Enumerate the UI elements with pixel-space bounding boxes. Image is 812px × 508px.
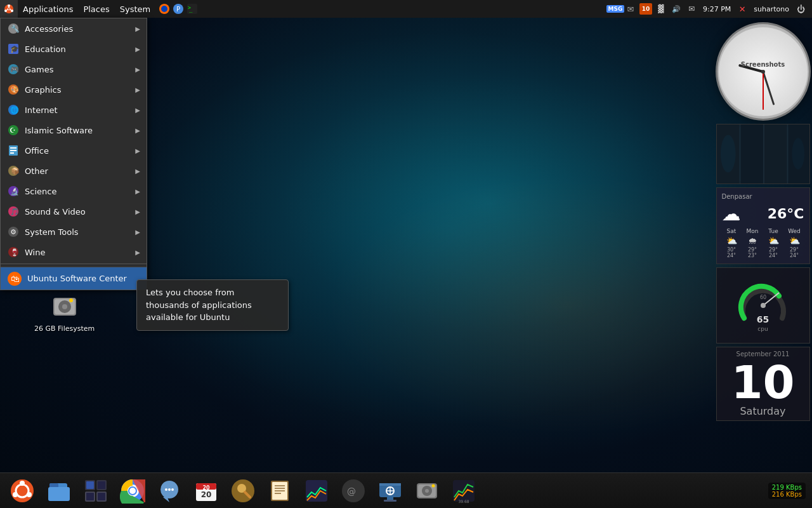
- svg-text:🌐: 🌐: [10, 105, 19, 114]
- svg-rect-102: [384, 500, 396, 502]
- menubar-applications[interactable]: Applications: [18, 0, 78, 18]
- svg-point-49: [792, 138, 804, 169]
- menu-item-accessories[interactable]: 🔧 Accessories ▶: [1, 18, 147, 39]
- other-label: Other: [25, 166, 135, 176]
- svg-point-60: [20, 481, 25, 486]
- svg-rect-100: [379, 483, 401, 486]
- menu-item-education[interactable]: 🎓 Education ▶: [1, 39, 147, 59]
- weather-day-tue: Tue ⛅ 29° 24°: [764, 228, 783, 258]
- sound-video-icon: 🎵: [7, 205, 20, 218]
- firefox-icon[interactable]: [158, 3, 171, 15]
- close-session-icon[interactable]: ✕: [736, 3, 749, 15]
- taskbar-network-icon[interactable]: 39.68: [449, 476, 479, 506]
- menubar-system[interactable]: System: [115, 0, 155, 18]
- system-tools-arrow: ▶: [135, 229, 140, 236]
- browser-icon[interactable]: P: [172, 3, 185, 15]
- menu-item-graphics[interactable]: 🎨 Graphics ▶: [1, 79, 147, 100]
- svg-rect-43: [764, 124, 787, 184]
- clock-tray-icon[interactable]: 10: [639, 3, 652, 15]
- terminal-icon[interactable]: _ >: [186, 3, 199, 15]
- svg-text:☪: ☪: [10, 126, 16, 135]
- svg-text:🛍: 🛍: [11, 274, 20, 284]
- envelope-icon[interactable]: ✉: [685, 3, 698, 15]
- internet-icon: 🌐: [7, 104, 20, 116]
- svg-rect-42: [740, 124, 763, 184]
- weather-cloud-icon: ☁: [722, 203, 741, 225]
- system-label: System: [120, 4, 150, 14]
- msg-tray-icon[interactable]: MSG: [609, 3, 622, 15]
- taskbar-chrome-icon[interactable]: [117, 476, 148, 506]
- taskbar-calendar-icon[interactable]: 20 20: [191, 476, 221, 506]
- network-down-speed: 216 KBps: [772, 491, 802, 498]
- svg-point-80: [165, 488, 167, 491]
- taskbar-harddisk-icon[interactable]: [412, 476, 442, 506]
- menubar-left: Applications Places System P: [0, 0, 199, 18]
- svg-point-5: [161, 6, 167, 12]
- taskbar-files-icon[interactable]: [44, 476, 74, 506]
- weather-day-wed-label: Wed: [785, 228, 804, 234]
- svg-text:🎨: 🎨: [10, 85, 19, 94]
- gauge-container: 60 cpu 65: [738, 280, 789, 331]
- svg-text:P: P: [176, 6, 180, 13]
- bottom-taskbar: 20 20: [0, 472, 812, 508]
- battery-icon: ▓: [655, 3, 667, 15]
- weather-day-sat-label: Sat: [722, 228, 742, 234]
- weather-day-tue-low: 24°: [764, 253, 783, 258]
- ubuntu-software-center[interactable]: 🛍 Ubuntu Software Center: [1, 267, 147, 290]
- other-arrow: ▶: [135, 168, 140, 175]
- menu-item-other[interactable]: 📦 Other ▶: [1, 161, 147, 181]
- svg-point-109: [425, 489, 429, 493]
- weather-widget: Denpasar ☁ 26°C Sat ⛅ 30° 24° Mon 🌧 29° …: [716, 187, 810, 264]
- weather-day-sat-icon: ⛅: [722, 236, 742, 246]
- weather-day-mon-low: 23°: [743, 253, 763, 258]
- menu-item-sound-video[interactable]: 🎵 Sound & Video ▶: [1, 201, 147, 222]
- photo-strip-widget: [716, 124, 810, 184]
- svg-point-82: [171, 488, 174, 491]
- menu-item-science[interactable]: 🔬 Science ▶: [1, 181, 147, 201]
- menu-item-wine[interactable]: 🍷 Wine ▶: [1, 242, 147, 262]
- menu-item-games[interactable]: 🎮 Games ▶: [1, 59, 147, 79]
- taskbar-ubuntu-icon[interactable]: [7, 476, 37, 506]
- cpu-gauge-widget: 60 cpu 65: [716, 267, 810, 344]
- svg-point-48: [720, 135, 735, 172]
- ubuntu-logo[interactable]: [0, 0, 18, 18]
- taskbar-search-icon[interactable]: [228, 476, 258, 506]
- games-label: Games: [25, 65, 135, 74]
- weather-day-mon-temp: 29°: [743, 247, 763, 253]
- taskbar-stock-icon[interactable]: [301, 476, 332, 506]
- taskbar-workspace-icon[interactable]: [81, 476, 111, 506]
- taskbar-apps: 20 20: [0, 476, 481, 506]
- svg-text:🍷: 🍷: [10, 248, 19, 257]
- photo-strip-content: [717, 124, 809, 184]
- power-icon[interactable]: ⏻: [794, 3, 807, 15]
- svg-point-56: [62, 304, 67, 309]
- mail-check-icon[interactable]: ✉: [624, 3, 637, 15]
- svg-text:🎵: 🎵: [10, 207, 19, 216]
- menubar-places[interactable]: Places: [78, 0, 114, 18]
- menu-item-system-tools[interactable]: ⚙ System Tools ▶: [1, 222, 147, 242]
- taskbar-pidgin-icon[interactable]: [154, 476, 185, 506]
- clock-widget: Screenshots: [716, 22, 811, 121]
- taskbar-dictionary-icon[interactable]: [265, 476, 295, 506]
- clock-second-hand: [763, 72, 764, 110]
- svg-text:60: 60: [759, 295, 766, 300]
- applications-menu: 🔧 Accessories ▶ 🎓 Education ▶ 🎮 Games ▶ …: [0, 18, 147, 290]
- svg-text:📦: 📦: [11, 166, 19, 175]
- download-speed: 216 KBps: [772, 491, 802, 498]
- volume-icon[interactable]: 🔊: [670, 3, 683, 15]
- menu-item-office[interactable]: Office ▶: [1, 140, 147, 161]
- taskbar-right: 219 KBps 216 KBps: [768, 483, 812, 499]
- filesystem-icon[interactable]: 26 GB Filesystem: [32, 289, 97, 335]
- menu-item-islamic-software[interactable]: ☪ Islamic Software ▶: [1, 120, 147, 140]
- games-arrow: ▶: [135, 66, 140, 73]
- menu-item-internet[interactable]: 🌐 Internet ▶: [1, 100, 147, 120]
- network-speed-widget: 219 KBps 216 KBps: [768, 483, 806, 499]
- weather-day-wed-temp: 29°: [785, 247, 804, 253]
- menu-separator: [1, 264, 147, 264]
- clock-center-dot: [761, 70, 765, 74]
- wine-icon: 🍷: [7, 246, 20, 258]
- graphics-label: Graphics: [25, 85, 135, 95]
- taskbar-printer-icon[interactable]: @: [338, 476, 369, 506]
- taskbar-remote-icon[interactable]: [375, 476, 405, 506]
- education-label: Education: [25, 44, 135, 54]
